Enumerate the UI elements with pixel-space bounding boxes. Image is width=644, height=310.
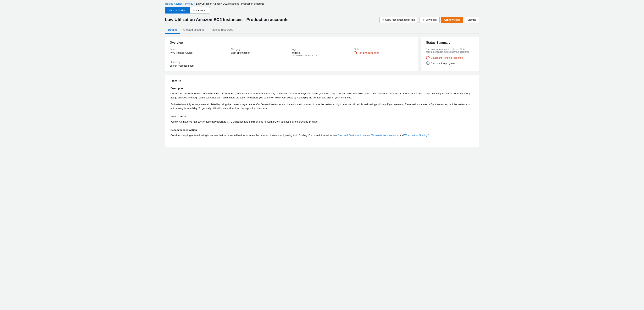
status-pending-icon: ! [354, 51, 357, 54]
category-label: Category [231, 48, 291, 50]
breadcrumb-priority[interactable]: Priority [185, 2, 193, 5]
age-sub: Shared on: Jul 10, 2023 [292, 54, 352, 57]
tab-details[interactable]: Details [165, 26, 180, 34]
overview-age: Age 0 day(s) Shared on: Jul 10, 2023 [292, 48, 352, 57]
header-actions: ⧉ Copy recommendation link ⬇ Download Ac… [379, 16, 479, 23]
overview-source: Source AWS Trusted Advisor [170, 48, 230, 57]
shared-by-label: Shared by [170, 61, 413, 64]
status-value: ! Pending response [354, 51, 414, 54]
overview-status: Status ! Pending response [354, 48, 414, 57]
category-value: Cost optimization [231, 51, 291, 54]
breadcrumb-trusted-advisor[interactable]: Trusted Advisor [165, 2, 182, 5]
action-heading: Recommended Action [170, 128, 474, 132]
link-stop-start[interactable]: Stop and Start Your Instance [338, 134, 370, 137]
dismiss-button[interactable]: Dismiss [465, 17, 479, 23]
breadcrumb-sep-2: › [194, 3, 195, 5]
link-auto-scaling[interactable]: What is Auto Scaling? [404, 134, 429, 137]
status-summary-subtitle: This is a summary of the status of this … [426, 48, 474, 53]
shared-by-value: person@amazon.com [170, 64, 413, 67]
tab-my-organization[interactable]: My organization [165, 7, 190, 14]
overview-row: Overview Source AWS Trusted Advisor Cate… [165, 37, 479, 71]
download-icon: ⬇ [422, 18, 424, 21]
alert-text: Yellow: An instance had 10% or less dail… [170, 120, 474, 124]
tab-affected-accounts[interactable]: Affected accounts [180, 26, 208, 34]
main-tabs: Details Affected accounts Affected resou… [165, 26, 479, 34]
age-value: 0 day(s) [292, 51, 352, 54]
action-text: Consider stopping or terminating instanc… [170, 134, 474, 138]
download-button[interactable]: ⬇ Download [419, 17, 440, 23]
breadcrumb: Trusted Advisor › Priority › Low Utiliza… [165, 2, 479, 5]
action-section: Recommended Action Consider stopping or … [170, 128, 474, 138]
overview-grid: Source AWS Trusted Advisor Category Cost… [170, 48, 413, 57]
overview-title: Overview [170, 41, 413, 44]
page-title: Low Utilization Amazon EC2 Instances - P… [165, 17, 288, 22]
status-label: Status [354, 48, 414, 50]
details-card: Details Description Checks the Amazon El… [165, 74, 479, 147]
inprogress-icon: – [426, 62, 430, 65]
overview-card: Overview Source AWS Trusted Advisor Cate… [165, 37, 418, 71]
age-label: Age [292, 48, 352, 50]
description-heading: Description [170, 87, 474, 90]
overview-category: Category Cost optimization [231, 48, 291, 57]
source-label: Source [170, 48, 230, 50]
overview-shared-by: Shared by person@amazon.com [170, 61, 413, 67]
alert-section: Alert Criteria Yellow: An instance had 1… [170, 115, 474, 124]
page-header: Low Utilization Amazon EC2 Instances - P… [165, 16, 479, 23]
pending-icon: ! [426, 56, 430, 60]
status-item-inprogress: – 1 account In progress [426, 62, 474, 65]
source-value: AWS Trusted Advisor [170, 51, 230, 54]
status-summary-card: Status Summary This is a summary of the … [421, 37, 479, 71]
status-item-pending: ! 1 account Pending response [426, 56, 474, 60]
acknowledge-button[interactable]: Acknowledge [441, 17, 463, 23]
link-terminate[interactable]: Terminate Your Instance [371, 134, 398, 137]
description-p1: Checks the Amazon Elastic Compute Cloud … [170, 92, 474, 100]
tab-affected-resources[interactable]: Affected resources [208, 26, 236, 34]
copy-link-button[interactable]: ⧉ Copy recommendation link [379, 16, 418, 23]
tab-my-account[interactable]: My account [190, 7, 210, 14]
breadcrumb-current: Low Utilization Amazon EC2 Instances - P… [196, 2, 264, 5]
breadcrumb-sep-1: › [184, 3, 184, 5]
status-summary-title: Status Summary [426, 41, 474, 44]
copy-link-icon: ⧉ [382, 18, 384, 21]
details-card-title: Details [170, 79, 474, 83]
description-p2: Estimated monthly savings are calculated… [170, 102, 474, 110]
alert-heading: Alert Criteria [170, 115, 474, 118]
description-section: Description Checks the Amazon Elastic Co… [170, 87, 474, 110]
org-account-tabs: My organization My account [165, 7, 479, 14]
